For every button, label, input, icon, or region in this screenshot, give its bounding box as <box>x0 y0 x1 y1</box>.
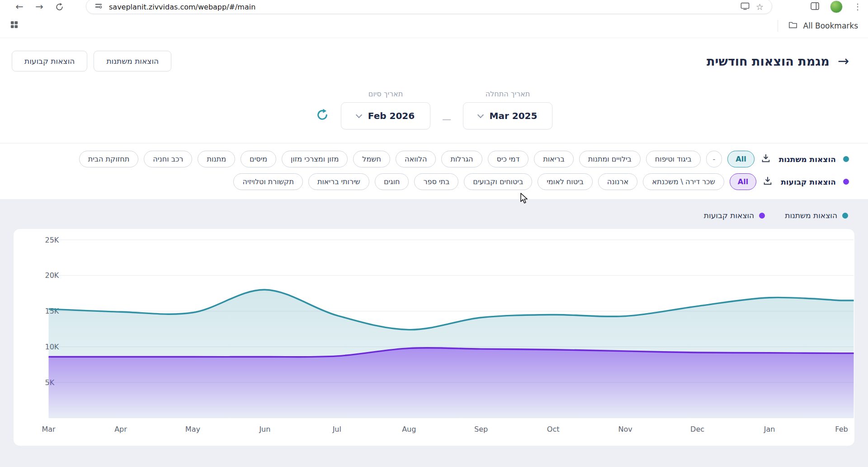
apps-grid-icon[interactable] <box>10 20 19 31</box>
variable-color-dot <box>843 156 849 162</box>
refresh-icon <box>316 109 329 121</box>
svg-text:Jun: Jun <box>259 425 270 434</box>
browser-nav: ← → <box>14 0 65 14</box>
header-buttons: הוצאות משתנות הוצאות קבועות <box>12 51 171 71</box>
folder-icon <box>788 21 797 30</box>
filter-chip[interactable]: חוגים <box>375 173 409 190</box>
fixed-color-dot <box>843 179 849 185</box>
legend-item-fixed: הוצאות קבועות <box>704 211 765 220</box>
fixed-chips-list: שכר דירה \ משכנתאארנונהביטוח לאומיביטוחי… <box>233 173 724 190</box>
filter-chip[interactable]: ביטוחים וקבועים <box>464 173 532 190</box>
variable-group-label: הוצאות משתנות <box>779 155 836 164</box>
end-date-select[interactable]: Feb 2026 <box>341 102 430 129</box>
svg-text:Aug: Aug <box>402 425 416 434</box>
filter-chip[interactable]: בריאות <box>534 151 573 167</box>
minus-filter-pill[interactable]: - <box>706 151 722 167</box>
page-title: מגמת הוצאות חודשית <box>707 54 830 68</box>
range-dash: — <box>442 114 451 124</box>
all-bookmarks-button[interactable]: All Bookmarks <box>778 20 858 32</box>
filter-chip[interactable]: מזון ומצרכי מזון <box>282 151 348 167</box>
legend-item-variable: הוצאות משתנות <box>785 211 848 220</box>
legend-dot-fixed <box>759 213 765 219</box>
chevron-down-icon <box>477 111 483 118</box>
side-panel-icon[interactable] <box>811 2 819 12</box>
filter-chip[interactable]: רכב וחניה <box>144 151 192 167</box>
filter-chip[interactable]: ארנונה <box>598 173 637 190</box>
filter-chip[interactable]: ביגוד וטיפוח <box>646 151 701 167</box>
page-header: → מגמת הוצאות חודשית הוצאות משתנות הוצאו… <box>0 38 868 71</box>
end-date-label: תאריך סיום <box>341 90 430 98</box>
filter-chip[interactable]: מתנות <box>198 151 235 167</box>
filter-chip[interactable]: חשמל <box>353 151 390 167</box>
filter-chip[interactable]: בתי ספר <box>414 173 458 190</box>
svg-text:Nov: Nov <box>618 425 632 434</box>
svg-text:Jul: Jul <box>332 425 341 434</box>
svg-text:Mar: Mar <box>42 425 56 434</box>
filter-chip[interactable]: ביטוח לאומי <box>538 173 593 190</box>
download-icon <box>761 153 771 163</box>
svg-text:Dec: Dec <box>690 425 704 434</box>
legend-dot-variable <box>842 213 848 219</box>
chevron-down-icon <box>356 111 362 118</box>
profile-avatar[interactable] <box>830 0 843 13</box>
url-text: saveplanit.zivvidas.com/webapp/#/main <box>109 3 255 11</box>
start-date-select[interactable]: Mar 2025 <box>463 102 552 129</box>
chart-legend: הוצאות משתנות הוצאות קבועות <box>14 208 854 220</box>
title-group: → מגמת הוצאות חודשית <box>707 54 849 68</box>
filter-chip[interactable]: שירותי בריאות <box>308 173 369 190</box>
filter-chip[interactable]: בילויים ומתנות <box>579 151 641 167</box>
filter-chip[interactable]: תקשורת וטלויזיה <box>233 173 303 190</box>
start-date-label: תאריך התחלה <box>463 90 552 98</box>
filter-chip[interactable]: דמי כיס <box>488 151 529 167</box>
bookmark-star-icon[interactable]: ☆ <box>756 2 764 12</box>
end-date-field: תאריך סיום Feb 2026 <box>341 90 430 129</box>
svg-text:Sep: Sep <box>474 425 488 434</box>
download-icon <box>763 176 773 186</box>
filter-chip[interactable]: תחזוקת הבית <box>79 151 139 167</box>
legend-label-variable: הוצאות משתנות <box>785 211 837 220</box>
filter-chip[interactable]: הגרלות <box>441 151 482 167</box>
refresh-button[interactable] <box>316 109 329 122</box>
all-bookmarks-label: All Bookmarks <box>803 21 858 30</box>
browser-toolbar: ← → saveplanit.zivvidas.com/webapp/#/mai… <box>0 0 868 14</box>
menu-kebab-icon[interactable]: ⋮ <box>854 3 862 11</box>
variable-chips-list: ביגוד וטיפוחבילויים ומתנותבריאותדמי כיסה… <box>79 151 701 167</box>
svg-text:Feb: Feb <box>835 425 848 434</box>
end-date-value: Feb 2026 <box>368 110 415 121</box>
chart-card: 5K10K15K20K25KMarAprMayJunJulAugSepOctNo… <box>14 229 854 446</box>
reload-button[interactable] <box>53 1 65 13</box>
back-button[interactable]: ← <box>14 1 25 13</box>
variable-expenses-filter-row: הוצאות משתנות All - ביגוד וטיפוחבילויים … <box>19 151 849 167</box>
fixed-expenses-filter-row: הוצאות קבועות All שכר דירה \ משכנתאארנונ… <box>19 173 849 190</box>
download-button[interactable] <box>762 176 774 188</box>
filter-chip[interactable]: שכר דירה \ משכנתא <box>643 173 724 190</box>
filters-section: הוצאות משתנות All - ביגוד וטיפוחבילויים … <box>0 143 868 199</box>
toolbar-right: ⋮ <box>811 0 862 14</box>
bookmarks-divider <box>778 20 778 32</box>
variable-expenses-button[interactable]: הוצאות משתנות <box>94 51 171 71</box>
reload-icon <box>55 3 64 11</box>
svg-text:Jan: Jan <box>764 425 775 434</box>
all-filter-pill-fixed[interactable]: All <box>730 173 756 190</box>
address-bar[interactable]: saveplanit.zivvidas.com/webapp/#/main ☆ <box>86 0 772 14</box>
fixed-expenses-button[interactable]: הוצאות קבועות <box>12 51 87 71</box>
svg-text:May: May <box>185 425 200 434</box>
legend-label-fixed: הוצאות קבועות <box>704 211 754 220</box>
site-settings-icon[interactable] <box>94 2 103 12</box>
all-filter-pill-variable[interactable]: All <box>727 151 754 167</box>
cast-icon[interactable] <box>741 2 750 12</box>
date-range: תאריך התחלה Mar 2025 — תאריך סיום Feb 20… <box>0 90 868 129</box>
expenses-trend-page: → מגמת הוצאות חודשית הוצאות משתנות הוצאו… <box>0 38 868 467</box>
start-date-value: Mar 2025 <box>490 110 538 121</box>
svg-text:25K: 25K <box>45 236 59 244</box>
filter-chip[interactable]: הלוואה <box>396 151 436 167</box>
chart-section: הוצאות משתנות הוצאות קבועות 5K10K15K20K2… <box>0 199 868 467</box>
download-button[interactable] <box>760 153 772 165</box>
svg-text:20K: 20K <box>45 271 59 280</box>
filter-chip[interactable]: מיסים <box>241 151 276 167</box>
back-arrow-icon[interactable]: → <box>838 54 849 68</box>
bookmarks-bar: All Bookmarks <box>0 14 868 38</box>
forward-button[interactable]: → <box>33 1 45 13</box>
svg-text:Oct: Oct <box>547 425 560 434</box>
start-date-field: תאריך התחלה Mar 2025 <box>463 90 552 129</box>
